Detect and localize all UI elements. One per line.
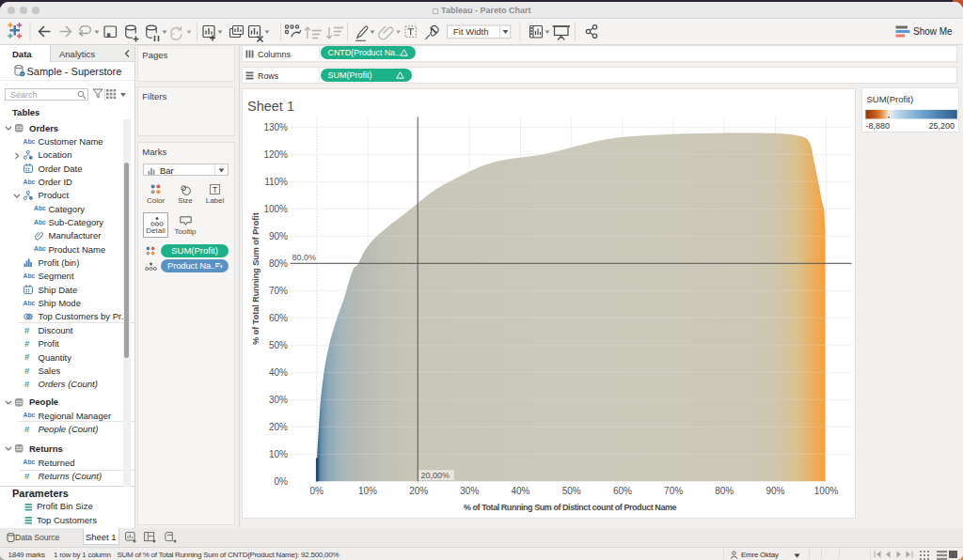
svg-text:T: T <box>213 184 217 194</box>
svg-text:Show Me: Show Me <box>913 26 953 37</box>
svg-text:Fit Width: Fit Width <box>453 25 488 36</box>
